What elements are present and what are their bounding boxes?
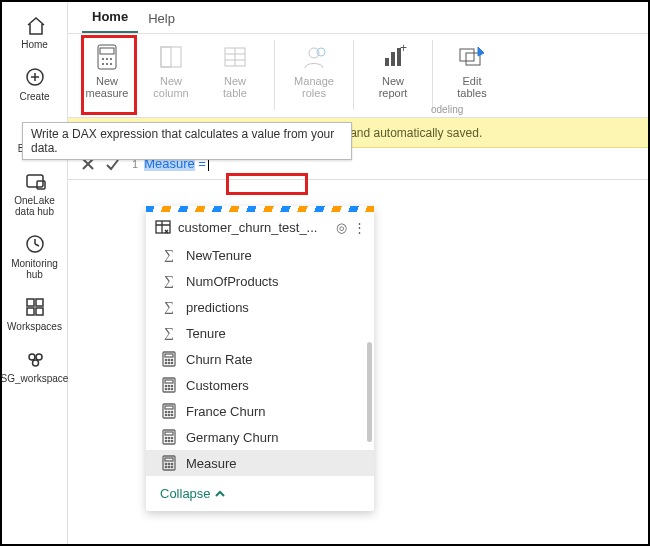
- calculator-icon: [160, 376, 178, 394]
- sidebar-item-label: Workspaces: [7, 321, 62, 332]
- sigma-icon: ∑: [160, 324, 178, 342]
- svg-point-34: [165, 359, 166, 360]
- edit-tables-icon: [457, 42, 487, 72]
- table-icon: [220, 42, 250, 72]
- field-item[interactable]: Churn Rate: [146, 346, 374, 372]
- field-item[interactable]: ∑predictions: [146, 294, 374, 320]
- fields-panel-header: customer_churn_test_... ◎ ⋮: [146, 212, 374, 242]
- svg-point-70: [168, 466, 169, 467]
- field-item-label: Tenure: [186, 326, 226, 341]
- svg-point-55: [171, 414, 172, 415]
- svg-rect-57: [165, 432, 173, 435]
- svg-point-54: [168, 414, 169, 415]
- svg-point-63: [171, 440, 172, 441]
- svg-point-19: [110, 63, 112, 65]
- svg-text:+: +: [400, 42, 407, 55]
- scrollbar[interactable]: [367, 342, 372, 442]
- calculator-icon: [160, 454, 178, 472]
- ribbon: Newmeasure Newcolumn Newtable Managerole…: [68, 34, 648, 118]
- svg-point-38: [168, 362, 169, 363]
- svg-point-58: [165, 437, 166, 438]
- new-column-button: Newcolumn: [144, 40, 198, 99]
- field-item-label: NumOfProducts: [186, 274, 278, 289]
- svg-point-43: [168, 385, 169, 386]
- field-item[interactable]: Customers: [146, 372, 374, 398]
- sigma-icon: ∑: [160, 246, 178, 264]
- visibility-icon[interactable]: ◎: [332, 220, 350, 235]
- field-item-label: Germany Churn: [186, 430, 278, 445]
- group-icon: [24, 348, 46, 370]
- svg-rect-25: [385, 58, 389, 66]
- svg-point-36: [171, 359, 172, 360]
- svg-point-15: [106, 58, 108, 60]
- tab-help[interactable]: Help: [138, 5, 185, 33]
- svg-point-14: [102, 58, 104, 60]
- sidebar-item-onelake[interactable]: OneLake data hub: [2, 164, 67, 227]
- sidebar-item-create[interactable]: Create: [2, 60, 67, 112]
- sigma-icon: ∑: [160, 272, 178, 290]
- sidebar-item-sgworkspace[interactable]: SG_workspace: [2, 342, 67, 394]
- field-item[interactable]: ∑Tenure: [146, 320, 374, 346]
- svg-rect-41: [165, 380, 173, 383]
- field-item[interactable]: ∑NewTenure: [146, 242, 374, 268]
- field-item-label: Customers: [186, 378, 249, 393]
- field-item[interactable]: ∑NumOfProducts: [146, 268, 374, 294]
- workspaces-icon: [24, 296, 46, 318]
- sidebar-item-label: Create: [19, 91, 49, 102]
- svg-point-59: [168, 437, 169, 438]
- svg-rect-3: [37, 181, 45, 189]
- tooltip: Write a DAX expression that calculates a…: [22, 122, 352, 160]
- sidebar-item-label: Home: [21, 39, 48, 50]
- fields-panel: customer_churn_test_... ◎ ⋮ ∑NewTenure∑N…: [146, 206, 374, 511]
- svg-point-11: [32, 360, 38, 366]
- field-item-label: NewTenure: [186, 248, 252, 263]
- svg-point-44: [171, 385, 172, 386]
- svg-point-67: [168, 463, 169, 464]
- calculator-icon: [160, 402, 178, 420]
- more-icon[interactable]: ⋮: [350, 220, 368, 235]
- svg-point-53: [165, 414, 166, 415]
- field-item[interactable]: Measure: [146, 450, 374, 476]
- field-item-label: Measure: [186, 456, 237, 471]
- svg-rect-8: [36, 308, 43, 315]
- calculator-icon: [160, 428, 178, 446]
- svg-rect-26: [391, 52, 395, 66]
- fields-table-name: customer_churn_test_...: [178, 220, 332, 235]
- svg-point-35: [168, 359, 169, 360]
- svg-point-10: [36, 354, 42, 360]
- sidebar-item-monitoring[interactable]: Monitoring hub: [2, 227, 67, 290]
- svg-point-71: [171, 466, 172, 467]
- svg-point-51: [168, 411, 169, 412]
- sidebar-item-label: SG_workspace: [1, 373, 69, 384]
- svg-point-52: [171, 411, 172, 412]
- tab-home[interactable]: Home: [82, 3, 138, 33]
- svg-point-17: [102, 63, 104, 65]
- fields-list: ∑NewTenure∑NumOfProducts∑predictions∑Ten…: [146, 242, 374, 480]
- sidebar-item-label: Monitoring hub: [11, 258, 58, 280]
- new-report-button[interactable]: + Newreport: [366, 40, 420, 99]
- svg-point-61: [165, 440, 166, 441]
- svg-point-18: [106, 63, 108, 65]
- collapse-label: Collapse: [160, 486, 211, 501]
- svg-point-47: [171, 388, 172, 389]
- svg-rect-33: [165, 354, 173, 357]
- home-icon: [24, 14, 46, 36]
- svg-point-46: [168, 388, 169, 389]
- left-sidebar: Home Create Browse OneLake data hub Moni…: [2, 2, 68, 544]
- sidebar-item-home[interactable]: Home: [2, 8, 67, 60]
- sigma-icon: ∑: [160, 298, 178, 316]
- tab-bar: Home Help: [68, 2, 648, 34]
- collapse-button[interactable]: Collapse: [146, 480, 374, 511]
- svg-point-24: [317, 48, 325, 56]
- field-item-label: Churn Rate: [186, 352, 252, 367]
- svg-rect-49: [165, 406, 173, 409]
- new-measure-button[interactable]: Newmeasure: [80, 40, 134, 99]
- svg-point-16: [110, 58, 112, 60]
- ribbon-group-label: odeling: [431, 104, 463, 115]
- svg-point-9: [29, 354, 35, 360]
- sidebar-item-workspaces[interactable]: Workspaces: [2, 290, 67, 342]
- field-item[interactable]: Germany Churn: [146, 424, 374, 450]
- field-item[interactable]: France Churn: [146, 398, 374, 424]
- svg-rect-12: [98, 45, 116, 69]
- edit-tables-button[interactable]: Edittables: [445, 40, 499, 99]
